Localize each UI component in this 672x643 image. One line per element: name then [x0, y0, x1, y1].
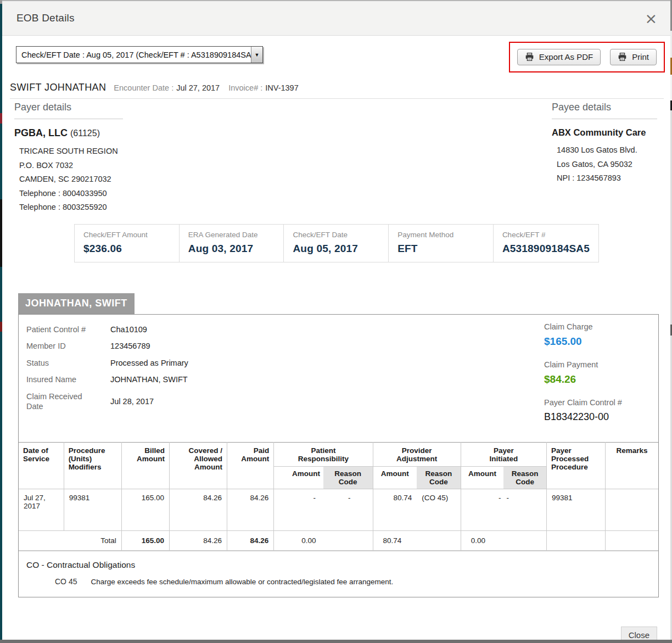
- adjustment-code: CO 45: [55, 577, 77, 586]
- payer-address-line: P.O. BOX 7032: [19, 159, 250, 173]
- col-header-date-of-service: Date of Service: [19, 442, 64, 489]
- total-billed: 165.00: [121, 530, 169, 550]
- payer-code: (61125): [70, 128, 100, 138]
- field-value: Jul 28, 2017: [110, 396, 154, 406]
- total-label: Total: [19, 530, 121, 550]
- payer-claim-control-label: Payer Claim Control #: [544, 398, 637, 407]
- payer-claim-control-value: B18342230-00: [544, 411, 637, 423]
- invoice-value: INV-1397: [265, 83, 298, 92]
- summary-label: Check/EFT Amount: [83, 231, 170, 239]
- field-value: Cha10109: [110, 325, 147, 334]
- summary-era-date: ERA Generated Date Aug 03, 2017: [180, 225, 284, 262]
- subcol-pa-amount: Amount: [373, 466, 417, 489]
- field-label: Claim Received Date: [26, 392, 87, 411]
- close-icon[interactable]: ×: [645, 11, 657, 26]
- total-remarks: [606, 530, 658, 550]
- table-total-row: Total 165.00 84.26 84.26 0.00 80.74 0.00: [19, 530, 658, 550]
- claim-payment-group: Claim Payment $84.26: [544, 360, 637, 385]
- summary-value: Aug 05, 2017: [293, 243, 379, 255]
- export-pdf-label: Export As PDF: [539, 52, 593, 61]
- payer-details-heading: Payer details: [14, 102, 123, 119]
- summary-label: ERA Generated Date: [188, 231, 275, 239]
- payee-npi-line: NPI : 1234567893: [557, 171, 657, 186]
- col-header-payer-processed: Payer Processed Procedure: [547, 442, 606, 489]
- invoice-label: Invoice# :: [228, 83, 262, 92]
- col-header-billed-amount: Billed Amount: [121, 442, 169, 489]
- payee-details: Payee details ABX Community Care 14830 L…: [552, 102, 657, 215]
- summary-value: EFT: [397, 243, 484, 255]
- printer-icon: [618, 53, 627, 61]
- subcol-pa-reason: Reason Code: [417, 466, 461, 489]
- claim-details-panel: Patient Control # Cha10109 Member ID 123…: [18, 314, 659, 597]
- total-payer-processed: [547, 530, 606, 550]
- background-page-left-sliver: [0, 0, 2, 643]
- payer-address-line: CAMDEN, SC 290217032: [19, 172, 250, 187]
- cell-covered: 84.26: [169, 489, 227, 530]
- claim-totals: Claim Charge $165.00 Claim Payment $84.2…: [544, 322, 637, 435]
- check-eft-dropdown-value: Check/EFT Date : Aug 05, 2017 (Check/EFT…: [16, 51, 251, 59]
- modal-header: EOB Details ×: [2, 0, 670, 36]
- payer-payee-section: Payer details PGBA, LLC (61125) TRICARE …: [14, 102, 657, 215]
- claim-payment-label: Claim Payment: [544, 360, 637, 369]
- summary-value: Aug 03, 2017: [188, 243, 275, 255]
- payer-name-text: PGBA, LLC: [14, 127, 68, 138]
- total-covered: 84.26: [169, 530, 227, 550]
- field-label: Insured Name: [26, 374, 110, 384]
- check-eft-dropdown[interactable]: Check/EFT Date : Aug 05, 2017 (Check/EFT…: [16, 46, 263, 63]
- col-header-procedure: Procedure (Units) Modifiers: [64, 442, 121, 489]
- claim-charge-group: Claim Charge $165.00: [544, 322, 637, 348]
- background-page-bottom-sliver: [0, 640, 672, 643]
- export-pdf-button[interactable]: Export As PDF: [517, 49, 601, 65]
- col-header-covered-allowed: Covered / Allowed Amount: [169, 442, 227, 489]
- check-summary-row: Check/EFT Amount $236.06 ERA Generated D…: [74, 224, 599, 262]
- subcol-pi-amount: Amount: [461, 466, 503, 489]
- table-header-row: Date of Service Procedure (Units) Modifi…: [19, 442, 658, 466]
- payee-address: 14830 Los Gatos Blvd. Los Gatos, CA 9503…: [557, 143, 657, 186]
- patient-header-line: SWIFT JOHNATHAN Encounter Date : Jul 27,…: [10, 82, 664, 93]
- cell-pr-amount: -: [274, 489, 323, 530]
- claim-charge-value: $165.00: [544, 336, 637, 348]
- cell-pr-reason: -: [323, 489, 373, 530]
- payer-name: PGBA, LLC (61125): [14, 127, 250, 139]
- payee-address-line: Los Gatos, CA 95032: [557, 158, 657, 172]
- summary-value: A5318909184SA5: [502, 243, 590, 255]
- divider: [10, 98, 664, 99]
- field-label: Member ID: [26, 341, 110, 351]
- claim-charge-label: Claim Charge: [544, 322, 637, 331]
- payer-phone-line: Telephone : 8003255920: [19, 200, 250, 215]
- subcol-pr-amount: Amount: [274, 466, 323, 489]
- summary-label: Check/EFT #: [502, 231, 590, 239]
- payer-claim-control-group: Payer Claim Control # B18342230-00: [544, 398, 637, 423]
- print-button[interactable]: Print: [610, 49, 657, 65]
- cell-paid: 84.26: [227, 489, 274, 530]
- cell-pa-reason: (CO 45): [417, 489, 461, 530]
- field-label: Patient Control #: [26, 325, 110, 334]
- summary-payment-method: Payment Method EFT: [389, 225, 494, 262]
- col-header-provider-adjustment: Provider Adjustment: [373, 442, 461, 466]
- adjustment-legend: CO - Contractual Obligations CO 45 Charg…: [19, 551, 658, 597]
- payer-address: TRICARE SOUTH REGION P.O. BOX 7032 CAMDE…: [19, 144, 250, 215]
- encounter-date-label: Encounter Date :: [114, 83, 173, 92]
- cell-date-of-service: Jul 27, 2017: [19, 489, 64, 530]
- table-row: Jul 27, 2017 99381 165.00 84.26 84.26 - …: [19, 489, 658, 530]
- print-label: Print: [632, 52, 649, 61]
- field-value: Processed as Primary: [110, 358, 188, 368]
- field-value: 123456789: [110, 341, 150, 351]
- chevron-down-icon[interactable]: ▼: [251, 47, 262, 63]
- field-label: Status: [26, 358, 110, 368]
- cell-pi-reason: -: [503, 489, 546, 530]
- total-patient-resp: 0.00: [274, 530, 373, 550]
- payer-address-line: TRICARE SOUTH REGION: [19, 144, 250, 159]
- payee-details-heading: Payee details: [552, 102, 657, 119]
- col-header-remarks: Remarks: [606, 442, 658, 489]
- cell-pi-amount: -: [461, 489, 503, 530]
- payee-name: ABX Community Care: [552, 127, 657, 138]
- encounter-date-value: Jul 27, 2017: [176, 83, 220, 92]
- claim-payment-value: $84.26: [544, 373, 637, 385]
- payer-phone-line: Telephone : 8004033950: [19, 187, 250, 201]
- payer-details: Payer details PGBA, LLC (61125) TRICARE …: [14, 102, 250, 215]
- col-header-payer-initiated: Payer Initiated: [461, 442, 546, 466]
- patient-claim-tab[interactable]: JOHNATHAN, SWIFT: [18, 293, 135, 314]
- printer-icon: [525, 53, 534, 61]
- cell-payer-processed: 99381: [547, 489, 606, 530]
